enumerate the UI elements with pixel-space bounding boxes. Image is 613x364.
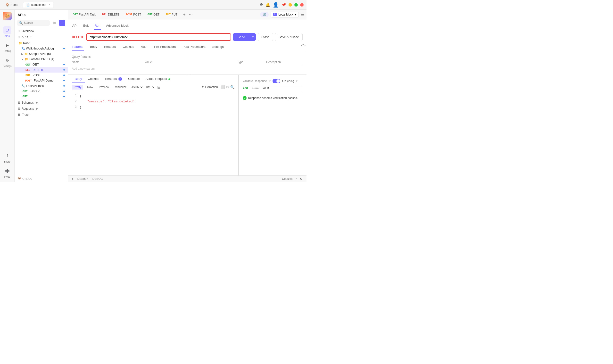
gear-icon-btn[interactable]: ⚙ xyxy=(260,2,263,7)
home-tab[interactable]: 🏠 Home xyxy=(3,2,21,8)
tree-get[interactable]: GET GET xyxy=(14,62,68,67)
tree-fastapi[interactable]: GET xyxy=(14,94,68,99)
send-dropdown-btn[interactable]: ▾ xyxy=(250,33,256,41)
sub-tab-edit[interactable]: Edit xyxy=(83,22,89,30)
trash-item[interactable]: 🗑 Trash xyxy=(14,112,68,118)
design-btn[interactable]: DESIGN xyxy=(78,177,89,181)
response-tab-body[interactable]: Body xyxy=(72,75,85,83)
params-tab-settings[interactable]: Settings xyxy=(212,43,224,51)
invite-icon: ➕ xyxy=(3,167,11,175)
params-tab-headers[interactable]: Headers xyxy=(103,43,116,51)
encoding-select[interactable]: utf8 xyxy=(145,85,155,89)
title-bar: 🏠 Home 📄 sample test × ⚙ 🔔 👤 📌 xyxy=(0,0,307,10)
send-btn-wrap: Send ▾ xyxy=(233,33,256,41)
send-btn[interactable]: Send xyxy=(233,33,250,41)
get-tab-method: GET xyxy=(148,13,153,16)
response-tab-cookies[interactable]: Cookies xyxy=(85,75,102,83)
json-format-select[interactable]: JSON xyxy=(130,85,143,89)
format-preview-btn[interactable]: Preview xyxy=(97,85,111,90)
fastapi-task-dot xyxy=(63,91,65,92)
sample-test-tab[interactable]: 📄 sample test × xyxy=(23,2,53,8)
tab-post[interactable]: POST POST xyxy=(123,11,144,18)
url-input[interactable] xyxy=(90,35,227,39)
response-tab-console[interactable]: Console xyxy=(125,75,143,83)
params-tab-pre-processors[interactable]: Pre Processors xyxy=(154,43,176,51)
bell-icon-btn[interactable]: 🔔 xyxy=(265,2,270,7)
close-btn[interactable] xyxy=(300,3,304,7)
cookies-btn[interactable]: Cookies xyxy=(282,177,292,181)
tab-get[interactable]: GET GET xyxy=(145,11,162,18)
post-tab-label: POST xyxy=(133,13,141,16)
search-input-wrap[interactable]: 🔍 xyxy=(17,20,50,26)
tree-post[interactable]: POST FastAPI Demo xyxy=(14,78,68,83)
sidebar-item-settings[interactable]: ⚙ Settings xyxy=(0,54,14,69)
nav-apis[interactable]: ⊞ APIs ▾ xyxy=(14,34,68,40)
params-tab-cookies[interactable]: Cookies xyxy=(122,43,135,51)
search-response-btn[interactable]: 🔍 xyxy=(230,85,235,89)
tab-more-btn[interactable]: ⋯ xyxy=(187,11,194,18)
sidebar-item-invite[interactable]: ➕ Invite xyxy=(0,165,14,180)
schemas-arrow: ▶ xyxy=(36,101,38,104)
maximize-btn[interactable] xyxy=(294,3,298,7)
tree-delete[interactable]: DEL DELETE xyxy=(14,67,68,73)
tab-fastapi-task[interactable]: GET FastAPI Task xyxy=(70,11,99,18)
requests-icon: ⊞ xyxy=(17,107,20,110)
env-selector[interactable]: lo Local Mock ▾ xyxy=(271,12,299,17)
sidebar-item-share[interactable]: ⤴ Share xyxy=(0,150,14,165)
code-line-2: 2 "message": "Item deleted" xyxy=(72,99,235,104)
stash-btn[interactable]: Stash xyxy=(258,33,273,41)
params-tab-auth[interactable]: Auth xyxy=(141,43,148,51)
copy-icon-btn[interactable]: ⧉ xyxy=(226,85,229,89)
sub-tab-run[interactable]: Run xyxy=(94,22,101,30)
format-pretty-btn[interactable]: Pretty xyxy=(72,85,83,90)
response-tab-headers[interactable]: Headers 4 xyxy=(102,75,125,83)
requests-item[interactable]: ⊞ Requests ▶ xyxy=(14,105,68,112)
tree-fastapi-task[interactable]: GET FastAPI xyxy=(14,89,68,94)
help-btn[interactable]: ? xyxy=(295,177,297,181)
expand-icon-btn[interactable]: ⬜ xyxy=(221,85,225,89)
params-tab-body[interactable]: Body xyxy=(90,43,98,51)
schemas-item[interactable]: ⊞ Schemas ▶ xyxy=(14,100,68,105)
tab-delete[interactable]: DEL DELETE xyxy=(99,11,122,18)
tab-put[interactable]: PUT PUT xyxy=(163,11,180,18)
put-method-badge: PUT xyxy=(24,74,32,77)
col-type: Type xyxy=(237,60,266,64)
format-visualize-btn[interactable]: Visualize xyxy=(113,85,129,90)
avatar-btn[interactable]: 👤 xyxy=(273,2,279,8)
add-btn[interactable]: + xyxy=(59,20,65,26)
sidebar-item-apis[interactable]: ⬡ APIs xyxy=(0,24,14,39)
search-input[interactable] xyxy=(24,21,48,25)
sub-tab-advanced-mock[interactable]: Advanced Mock xyxy=(105,22,129,30)
invite-label: Invite xyxy=(4,175,10,178)
filter-btn[interactable]: ⊞ xyxy=(51,20,57,26)
tree-put[interactable]: PUT POST xyxy=(14,73,68,78)
validate-toggle[interactable] xyxy=(273,79,280,83)
env-status-icon[interactable]: 🔄 xyxy=(260,12,269,17)
params-tab-post-processors[interactable]: Post Processors xyxy=(182,43,206,51)
response-tab-actual-request[interactable]: Actual Request xyxy=(143,75,173,83)
tab-close-icon[interactable]: × xyxy=(49,3,50,7)
tree-fastapi-crud[interactable]: ▼ 📂 FastAPI CRUD (4) xyxy=(14,57,68,62)
settings-bottom-btn[interactable]: ⚙ xyxy=(300,177,303,181)
extraction-btn[interactable]: ⬆ Extraction xyxy=(200,85,219,90)
params-tab-params[interactable]: Params xyxy=(72,43,84,51)
apis-icon: ⬡ xyxy=(3,26,11,34)
format-wrap-icon[interactable]: ⊟ xyxy=(157,85,160,90)
minimize-btn[interactable] xyxy=(288,3,292,7)
sidebar-item-testing[interactable]: ▶ Testing xyxy=(0,39,14,54)
save-apicase-btn[interactable]: Save APICase xyxy=(275,33,303,41)
tree-sample-apis[interactable]: ▶ 📁 Sample APIs (5) xyxy=(14,51,68,57)
tab-add-btn[interactable]: + xyxy=(182,11,187,18)
tree-fastapi-demo[interactable]: 🔧 FastAPI Task xyxy=(14,83,68,89)
tree-root[interactable]: 📁 Root xyxy=(14,40,68,46)
pin-icon-btn[interactable]: 📌 xyxy=(281,2,286,7)
nav-overview[interactable]: ⊞ Overview xyxy=(14,28,68,34)
tree-walk-through[interactable]: 🐾 Walk through Apidog xyxy=(14,46,68,51)
debug-btn[interactable]: DEBUG xyxy=(92,177,103,181)
format-raw-btn[interactable]: Raw xyxy=(85,85,95,90)
sub-tab-api[interactable]: API xyxy=(72,22,78,30)
hamburger-btn[interactable]: ☰ xyxy=(301,12,305,17)
collapse-left-btn[interactable]: « xyxy=(72,177,74,181)
add-param-btn[interactable]: Add a new param xyxy=(72,65,303,72)
code-view-icon[interactable]: </> xyxy=(301,43,307,51)
